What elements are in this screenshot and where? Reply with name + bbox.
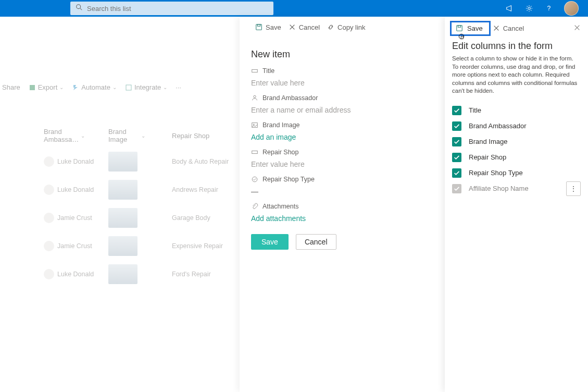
editcols-description: Select a column to show or hide it in th… — [452, 55, 581, 95]
field-label: Brand Ambassador — [262, 94, 318, 102]
list-row: Luke DonaldAndrews Repair — [0, 176, 240, 204]
column-checkbox-row[interactable]: Repair Shop Type — [445, 165, 588, 181]
form-save-button[interactable]: Save — [251, 234, 289, 250]
svg-text:?: ? — [547, 5, 551, 12]
checkbox[interactable] — [452, 106, 461, 115]
edit-columns-panel: Save Cancel Edit columns in the form Sel… — [445, 17, 588, 392]
close-icon[interactable] — [571, 22, 583, 35]
panel-copylink-button[interactable]: Copy link — [327, 23, 365, 31]
svg-rect-7 — [257, 24, 260, 27]
checkbox[interactable] — [452, 153, 461, 162]
ambassador-field[interactable]: Enter a name or email address — [251, 106, 433, 114]
field-label: Repair Shop — [262, 149, 299, 156]
svg-point-0 — [77, 5, 81, 9]
list-background: Share Export⌄ Automate⌄ Integrate⌄ ··· B… — [0, 17, 240, 392]
list-row: Luke DonaldBody & Auto Repair — [0, 148, 240, 176]
new-item-panel: Save Cancel Copy link New item Title Ent… — [240, 17, 445, 392]
export-button: Export⌄ — [29, 83, 64, 91]
panel-cancel-button[interactable]: Cancel — [289, 23, 320, 31]
editcols-save-button[interactable]: Save — [450, 21, 491, 36]
title-field[interactable]: Enter value here — [251, 79, 433, 87]
list-row: Luke DonaldFord's Repair — [0, 260, 240, 288]
svg-point-18 — [459, 34, 464, 39]
checkbox — [452, 184, 461, 193]
column-label: Repair Shop — [469, 153, 506, 161]
field-label: Title — [262, 67, 274, 75]
svg-point-2 — [528, 7, 530, 9]
panel-title: New item — [251, 49, 445, 60]
editcols-title: Edit columns in the form — [452, 41, 581, 52]
svg-rect-14 — [252, 151, 258, 153]
share-button: Share — [2, 83, 20, 91]
column-checkbox-row[interactable]: Brand Ambassador — [445, 118, 588, 134]
repair-shop-type-field[interactable]: — — [251, 187, 433, 195]
help-icon[interactable]: ? — [544, 4, 554, 13]
svg-point-13 — [253, 124, 254, 125]
megaphone-icon[interactable] — [505, 4, 514, 13]
field-label: Attachments — [262, 203, 298, 210]
search-box[interactable] — [70, 2, 273, 15]
column-headers: Brand Ambassa…⌄ Brand Image⌄ Repair Shop… — [0, 128, 240, 143]
list-row: Jamie CrustExpensive Repair — [0, 232, 240, 260]
svg-rect-4 — [30, 85, 35, 90]
repair-shop-field[interactable]: Enter value here — [251, 160, 433, 168]
checkbox[interactable] — [452, 121, 461, 131]
column-label: Brand Image — [469, 138, 507, 145]
svg-rect-19 — [461, 36, 463, 39]
list-command-bar: Share Export⌄ Automate⌄ Integrate⌄ ··· — [0, 83, 240, 91]
svg-rect-5 — [126, 85, 131, 90]
checkbox[interactable] — [452, 137, 461, 146]
add-image-button[interactable]: Add an image — [251, 133, 433, 141]
column-label: Repair Shop Type — [469, 169, 523, 177]
form-cancel-button[interactable]: Cancel — [296, 234, 336, 250]
add-attachments-button[interactable]: Add attachments — [251, 214, 433, 223]
search-input[interactable] — [87, 5, 268, 13]
column-checkbox-row[interactable]: Title — [445, 103, 588, 118]
svg-rect-6 — [256, 24, 262, 30]
search-icon — [76, 4, 83, 13]
column-checkbox-row[interactable]: Repair Shop — [445, 150, 588, 165]
gear-icon[interactable] — [524, 4, 534, 13]
column-more-button[interactable]: ⋮ — [566, 181, 581, 196]
svg-rect-10 — [252, 69, 258, 72]
integrate-button: Integrate⌄ — [125, 83, 167, 91]
cursor-icon — [458, 33, 465, 40]
svg-point-11 — [254, 95, 256, 97]
svg-point-15 — [252, 177, 257, 182]
avatar[interactable] — [564, 1, 579, 16]
list-row: Jamie CrustGarage Body — [0, 204, 240, 232]
column-label: Title — [469, 106, 481, 114]
svg-line-1 — [80, 8, 82, 10]
svg-rect-17 — [458, 26, 460, 28]
column-label: Brand Ambassador — [469, 122, 527, 130]
panel-save-button[interactable]: Save — [255, 23, 281, 31]
svg-rect-16 — [457, 26, 462, 31]
column-checkbox-row[interactable]: Affiliate Shop Name⋮ — [445, 181, 588, 197]
field-label: Brand Image — [262, 121, 300, 129]
column-label: Affiliate Shop Name — [469, 185, 529, 192]
column-checkbox-row[interactable]: Brand Image — [445, 134, 588, 150]
field-label: Repair Shop Type — [262, 176, 315, 183]
editcols-cancel-button[interactable]: Cancel — [493, 24, 524, 32]
checkbox[interactable] — [452, 168, 461, 178]
automate-button: Automate⌄ — [72, 83, 117, 91]
